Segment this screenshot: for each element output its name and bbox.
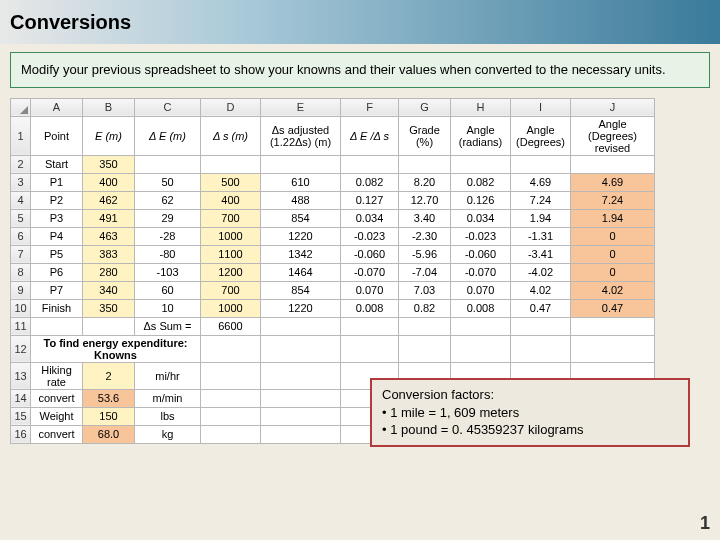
col-E[interactable]: E — [261, 98, 341, 116]
cell[interactable] — [261, 389, 341, 407]
cell[interactable]: 610 — [261, 173, 341, 191]
known-unit[interactable]: mi/hr — [135, 362, 201, 389]
row-7[interactable]: 7 — [11, 245, 31, 263]
cell[interactable] — [201, 335, 261, 362]
cell[interactable] — [83, 317, 135, 335]
cell[interactable]: P3 — [31, 209, 83, 227]
cell[interactable]: P1 — [31, 173, 83, 191]
known-label[interactable]: Weight — [31, 407, 83, 425]
cell[interactable]: 0.070 — [451, 281, 511, 299]
known-label[interactable]: convert — [31, 389, 83, 407]
row-14[interactable]: 14 — [11, 389, 31, 407]
cell[interactable]: -1.31 — [511, 227, 571, 245]
cell[interactable] — [451, 335, 511, 362]
cell[interactable]: 4.02 — [571, 281, 655, 299]
cell[interactable]: 1200 — [201, 263, 261, 281]
row-8[interactable]: 8 — [11, 263, 31, 281]
cell[interactable]: P2 — [31, 191, 83, 209]
cell[interactable] — [201, 407, 261, 425]
known-val[interactable]: 68.0 — [83, 425, 135, 443]
cell[interactable] — [135, 155, 201, 173]
cell[interactable]: -28 — [135, 227, 201, 245]
cell[interactable] — [201, 389, 261, 407]
cell[interactable]: -80 — [135, 245, 201, 263]
cell[interactable]: 383 — [83, 245, 135, 263]
cell[interactable]: 0.126 — [451, 191, 511, 209]
hdr-point[interactable]: Point — [31, 116, 83, 155]
cell[interactable]: 488 — [261, 191, 341, 209]
cell[interactable]: -0.060 — [451, 245, 511, 263]
cell[interactable] — [341, 155, 399, 173]
cell[interactable] — [261, 425, 341, 443]
row-15[interactable]: 15 — [11, 407, 31, 425]
cell[interactable] — [571, 155, 655, 173]
cell[interactable]: 1464 — [261, 263, 341, 281]
known-unit[interactable]: m/min — [135, 389, 201, 407]
cell[interactable]: P7 — [31, 281, 83, 299]
cell[interactable]: 29 — [135, 209, 201, 227]
row-3[interactable]: 3 — [11, 173, 31, 191]
known-unit[interactable]: lbs — [135, 407, 201, 425]
col-A[interactable]: A — [31, 98, 83, 116]
cell[interactable]: 0 — [571, 245, 655, 263]
row-2[interactable]: 2 — [11, 155, 31, 173]
row-6[interactable]: 6 — [11, 227, 31, 245]
cell[interactable]: -103 — [135, 263, 201, 281]
cell[interactable]: 0.82 — [399, 299, 451, 317]
cell[interactable]: 350 — [83, 155, 135, 173]
cell[interactable]: 4.69 — [511, 173, 571, 191]
cell[interactable]: 4.02 — [511, 281, 571, 299]
cell[interactable]: 0.034 — [341, 209, 399, 227]
cell[interactable] — [31, 317, 83, 335]
cell[interactable]: -0.060 — [341, 245, 399, 263]
cell[interactable]: 0.070 — [341, 281, 399, 299]
cell[interactable]: 0.47 — [511, 299, 571, 317]
known-label[interactable]: Hiking rate — [31, 362, 83, 389]
hdr-deg[interactable]: Angle(Degrees) — [511, 116, 571, 155]
cell[interactable]: 0.082 — [451, 173, 511, 191]
cell[interactable]: -0.070 — [451, 263, 511, 281]
col-H[interactable]: H — [451, 98, 511, 116]
cell[interactable]: 700 — [201, 281, 261, 299]
cell[interactable]: 0 — [571, 263, 655, 281]
cell[interactable]: P5 — [31, 245, 83, 263]
cell[interactable]: 700 — [201, 209, 261, 227]
cell[interactable]: 854 — [261, 209, 341, 227]
known-val[interactable]: 2 — [83, 362, 135, 389]
cell[interactable]: P4 — [31, 227, 83, 245]
hdr-ratio[interactable]: Δ E /Δ s — [341, 116, 399, 155]
cell[interactable]: 0.008 — [451, 299, 511, 317]
select-all-corner[interactable] — [11, 98, 31, 116]
cell[interactable]: 280 — [83, 263, 135, 281]
cell[interactable]: -5.96 — [399, 245, 451, 263]
row-13[interactable]: 13 — [11, 362, 31, 389]
known-val[interactable]: 53.6 — [83, 389, 135, 407]
cell[interactable]: 4.69 — [571, 173, 655, 191]
cell[interactable]: 1100 — [201, 245, 261, 263]
cell[interactable]: 0.47 — [571, 299, 655, 317]
cell[interactable]: Start — [31, 155, 83, 173]
col-D[interactable]: D — [201, 98, 261, 116]
sum-label[interactable]: Δs Sum = — [135, 317, 201, 335]
cell[interactable]: 7.24 — [571, 191, 655, 209]
cell[interactable]: 50 — [135, 173, 201, 191]
row-9[interactable]: 9 — [11, 281, 31, 299]
row-10[interactable]: 10 — [11, 299, 31, 317]
cell[interactable] — [511, 317, 571, 335]
cell[interactable]: -0.023 — [451, 227, 511, 245]
cell[interactable] — [261, 335, 341, 362]
cell[interactable]: 463 — [83, 227, 135, 245]
cell[interactable]: 340 — [83, 281, 135, 299]
hdr-rad[interactable]: Angle(radians) — [451, 116, 511, 155]
cell[interactable]: 0 — [571, 227, 655, 245]
hdr-degrev[interactable]: Angle (Degrees)revised — [571, 116, 655, 155]
known-unit[interactable]: kg — [135, 425, 201, 443]
hdr-grade[interactable]: Grade(%) — [399, 116, 451, 155]
cell[interactable]: 1342 — [261, 245, 341, 263]
cell[interactable]: 60 — [135, 281, 201, 299]
hdr-ds[interactable]: Δ s (m) — [201, 116, 261, 155]
cell[interactable] — [571, 335, 655, 362]
cell[interactable]: 0.082 — [341, 173, 399, 191]
cell[interactable]: -2.30 — [399, 227, 451, 245]
cell[interactable]: 1220 — [261, 299, 341, 317]
